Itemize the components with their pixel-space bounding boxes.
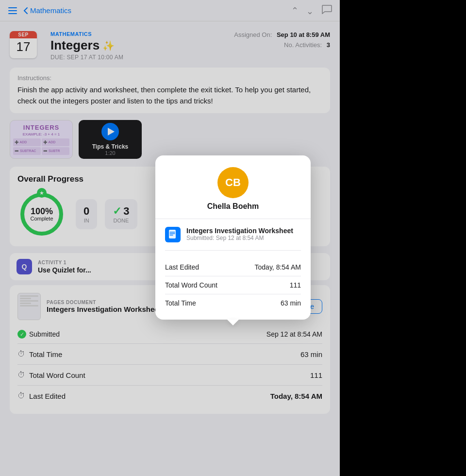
popup-overlay[interactable]: CB Chella Boehm Integers Investigation W… [0,0,466,476]
popup-stat-last-edited: Last Edited Today, 8:54 AM [165,258,301,276]
popup-doc-title: Integers Investigation Worksheet [186,227,293,235]
svg-rect-5 [169,230,176,238]
popup-header: CB Chella Boehm [155,155,311,219]
popup-card: CB Chella Boehm Integers Investigation W… [155,155,311,320]
popup-stat-total-time: Total Time 63 min [165,294,301,312]
popup-arrow [227,320,239,325]
popup-body: Integers Investigation Worksheet Submitt… [155,219,311,320]
popup-document-row: Integers Investigation Worksheet Submitt… [165,227,301,251]
popup-doc-subtitle: Submitted: Sep 12 at 8:54 AM [186,235,293,241]
popup-stat-word-count: Total Word Count 111 [165,276,301,294]
popup-doc-icon [165,227,181,242]
student-name: Chella Boehm [207,202,259,211]
student-avatar: CB [217,167,249,198]
